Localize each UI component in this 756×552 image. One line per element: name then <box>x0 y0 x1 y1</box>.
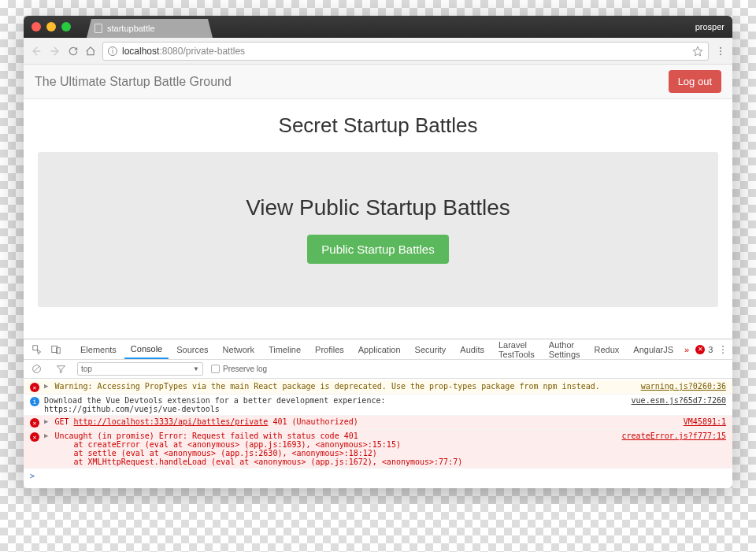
console-output: ✕ ▶ Warning: Accessing PropTypes via the… <box>24 379 732 488</box>
context-selector[interactable]: top ▼ <box>77 362 203 376</box>
error-count-value: 3 <box>708 345 713 354</box>
error-count[interactable]: ✕ 3 <box>695 345 713 354</box>
expand-caret-icon[interactable]: ▶ <box>44 382 48 390</box>
log-row[interactable]: ✕ ▶ Warning: Accessing PropTypes via the… <box>24 380 732 395</box>
devtools-tab-network[interactable]: Network <box>217 339 261 359</box>
svg-point-0 <box>720 46 721 48</box>
svg-point-7 <box>722 352 724 354</box>
error-icon: ✕ <box>30 383 39 392</box>
log-message: Warning: Accessing PropTypes via the mai… <box>54 382 636 391</box>
arrow-left-icon <box>30 45 43 57</box>
star-icon <box>692 46 703 57</box>
device-toggle-button[interactable] <box>47 344 65 355</box>
devtools-tab-laravel[interactable]: Laravel TestTools <box>492 339 541 359</box>
tab-strip: startupbattle <box>87 16 213 38</box>
preserve-log-label: Preserve log <box>223 365 267 373</box>
page-icon <box>94 24 102 33</box>
log-row[interactable]: ✕ ▶ GET http://localhost:3333/api/battle… <box>24 416 732 430</box>
dots-vertical-icon <box>717 344 728 355</box>
bookmark-button[interactable] <box>692 46 703 57</box>
url-host: localhost <box>122 46 159 57</box>
devtools-tab-elements[interactable]: Elements <box>74 339 123 359</box>
devtools-tab-security[interactable]: Security <box>409 339 453 359</box>
close-window-button[interactable] <box>32 22 41 31</box>
devtools-tab-application[interactable]: Application <box>352 339 407 359</box>
logout-button[interactable]: Log out <box>669 70 721 93</box>
expand-caret-icon[interactable]: ▶ <box>44 417 48 425</box>
log-source[interactable]: vue.esm.js?65d7:7260 <box>632 396 726 405</box>
home-icon <box>85 46 96 57</box>
arrow-right-icon <box>49 45 61 57</box>
log-message: Download the Vue Devtools extension for … <box>44 396 627 413</box>
app-navbar: The Ultimate Startup Battle Ground Log o… <box>24 65 732 99</box>
browser-tab[interactable]: startupbattle <box>87 19 213 38</box>
device-icon <box>50 344 61 355</box>
console-prompt[interactable]: > <box>24 469 732 483</box>
log-source[interactable]: createError.js?f777:15 <box>622 432 726 440</box>
site-info-icon[interactable]: i <box>108 46 117 56</box>
browser-toolbar: i localhost:8080/private-battles <box>24 38 732 65</box>
clear-console-button[interactable] <box>28 364 45 374</box>
devtools-tab-profiles[interactable]: Profiles <box>309 339 350 359</box>
log-message: GET http://localhost:3333/api/battles/pr… <box>54 417 678 426</box>
forward-button[interactable] <box>49 45 61 57</box>
devtools-tab-audits[interactable]: Audits <box>454 339 491 359</box>
url-display: localhost:8080/private-battles <box>122 46 245 57</box>
maximize-window-button[interactable] <box>61 22 71 31</box>
expand-caret-icon[interactable]: ▶ <box>44 432 48 439</box>
svg-point-6 <box>722 349 724 350</box>
url-path: /private-battles <box>183 46 245 57</box>
devtools-tab-timeline[interactable]: Timeline <box>262 339 307 359</box>
dots-vertical-icon <box>715 46 726 57</box>
log-row[interactable]: ✕ ▶ Uncaught (in promise) Error: Request… <box>24 430 732 469</box>
log-source[interactable]: warning.js?0260:36 <box>641 382 726 391</box>
back-button[interactable] <box>30 45 43 57</box>
devtools-tab-author[interactable]: Author Settings <box>543 339 587 359</box>
devtools-tab-sources[interactable]: Sources <box>170 339 214 359</box>
devtools-tab-redux[interactable]: Redux <box>588 339 626 359</box>
info-icon: i <box>30 397 39 406</box>
devtools-tabbar: Elements Console Sources Network Timelin… <box>24 339 732 360</box>
devtools-tab-angular[interactable]: AngularJS <box>627 339 680 359</box>
preserve-log-checkbox[interactable]: Preserve log <box>211 365 267 373</box>
url-port: :8080 <box>159 46 183 57</box>
error-icon: ✕ <box>30 418 39 428</box>
error-badge-icon: ✕ <box>695 345 705 354</box>
log-source[interactable]: VM45891:1 <box>684 417 726 426</box>
browser-window: startupbattle prosper i localhost:8080/p… <box>24 16 732 488</box>
page-content: The Ultimate Startup Battle Ground Log o… <box>24 65 732 339</box>
console-subbar: top ▼ Preserve log <box>24 360 732 379</box>
devtools-tab-console[interactable]: Console <box>124 339 169 359</box>
devtools: Elements Console Sources Network Timelin… <box>24 339 732 488</box>
main-content: Secret Startup Battles View Public Start… <box>24 99 732 339</box>
tab-title: startupbattle <box>107 24 155 33</box>
profile-name[interactable]: prosper <box>695 22 724 31</box>
checkbox-icon <box>211 365 220 373</box>
devtools-more-tabs[interactable]: » <box>681 345 692 354</box>
log-row[interactable]: i Download the Vue Devtools extension fo… <box>24 395 732 416</box>
reload-button[interactable] <box>68 46 79 57</box>
svg-point-5 <box>722 346 724 347</box>
svg-point-1 <box>720 50 721 51</box>
inspect-icon <box>32 344 43 355</box>
filter-button[interactable] <box>53 364 69 374</box>
address-bar[interactable]: i localhost:8080/private-battles <box>102 42 709 61</box>
devtools-settings-button[interactable] <box>714 344 732 355</box>
svg-point-2 <box>720 54 721 55</box>
public-battles-button[interactable]: Public Startup Battles <box>307 235 448 264</box>
window-titlebar: startupbattle prosper <box>24 16 732 38</box>
inspect-element-button[interactable] <box>28 344 46 355</box>
reload-icon <box>68 46 79 57</box>
browser-menu-button[interactable] <box>715 46 726 57</box>
filter-icon <box>56 364 66 374</box>
minimize-window-button[interactable] <box>46 22 56 31</box>
card-title: View Public Startup Battles <box>54 195 702 220</box>
page-title: Secret Startup Battles <box>38 113 718 138</box>
error-icon: ✕ <box>30 432 39 442</box>
log-message: Uncaught (in promise) Error: Request fai… <box>54 432 617 466</box>
brand-title: The Ultimate Startup Battle Ground <box>35 75 232 89</box>
chevron-down-icon: ▼ <box>193 365 199 372</box>
context-label: top <box>81 365 92 373</box>
clear-icon <box>32 364 42 374</box>
home-button[interactable] <box>85 46 96 57</box>
